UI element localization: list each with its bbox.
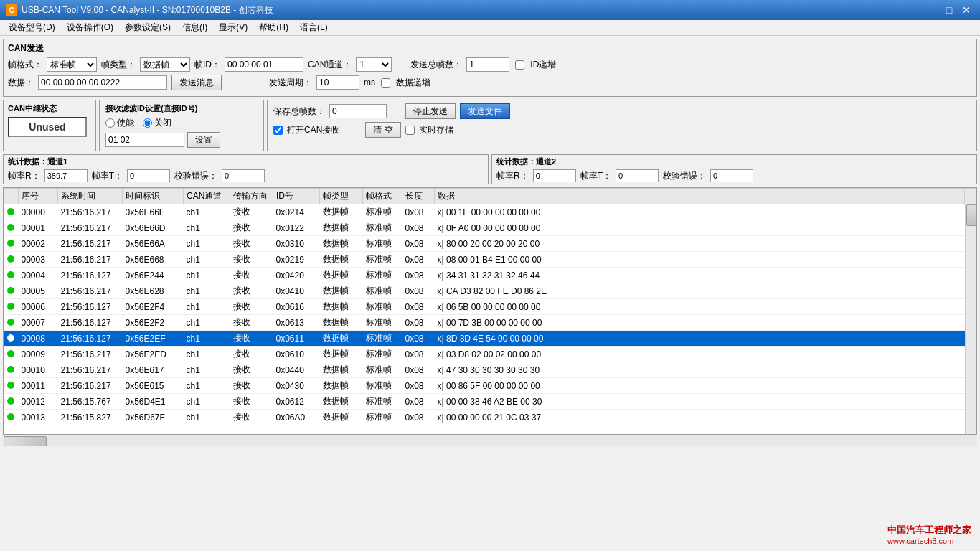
row-channel: ch1 <box>184 220 230 236</box>
table-row[interactable]: 00010 21:56:16.217 0x56E617 ch1 接收 0x044… <box>4 362 976 378</box>
menu-item-V[interactable]: 显示(V) <box>213 20 253 35</box>
row-id: 0x0420 <box>273 268 320 283</box>
menu-item-H[interactable]: 帮助(H) <box>253 20 294 35</box>
table-row[interactable]: 00008 21:56:16.127 0x56E2EF ch1 接收 0x061… <box>4 331 976 347</box>
enable-radio-input[interactable] <box>105 118 115 128</box>
title-controls[interactable]: — □ ✕ <box>924 3 974 17</box>
row-dot <box>4 236 19 252</box>
frame-id-input[interactable] <box>225 57 303 72</box>
hscroll-thumb[interactable] <box>4 436 47 446</box>
row-frame-format: 标准帧 <box>363 394 402 410</box>
row-direction: 接收 <box>230 394 273 410</box>
table-row[interactable]: 00002 21:56:16.217 0x56E66A ch1 接收 0x031… <box>4 236 976 252</box>
row-time-mark: 0x56E2F2 <box>123 315 184 331</box>
menu-item-D[interactable]: 设备型号(D) <box>3 20 61 35</box>
relay-section: CAN中继状态 Unused <box>3 100 96 151</box>
row-frame-type: 数据帧 <box>320 252 363 268</box>
row-channel: ch1 <box>184 268 230 283</box>
filter-disable-radio[interactable]: 关闭 <box>143 117 171 129</box>
disable-radio-input[interactable] <box>143 118 152 128</box>
col-channel: CAN通道 <box>184 189 230 204</box>
filter-id-input[interactable] <box>105 133 184 147</box>
table-row[interactable]: 00001 21:56:16.217 0x56E66D ch1 接收 0x012… <box>4 220 976 236</box>
filter-set-button[interactable]: 设置 <box>187 132 220 148</box>
frame-format-select[interactable]: 标准帧 <box>47 57 97 72</box>
status-dot <box>7 350 14 357</box>
realtime-save-checkbox[interactable] <box>405 126 415 135</box>
app-icon: C <box>6 4 17 16</box>
row-seq: 00002 <box>19 236 58 252</box>
row-time-mark: 0x56E66A <box>123 236 184 252</box>
table-row[interactable]: 00011 21:56:16.217 0x56E615 ch1 接收 0x043… <box>4 378 976 394</box>
row-id: 0x0122 <box>273 220 320 236</box>
col-direction: 传输方向 <box>230 189 273 204</box>
row-dot <box>4 394 19 410</box>
send-total-input[interactable] <box>466 57 509 72</box>
table-row[interactable]: 00007 21:56:16.127 0x56E2F2 ch1 接收 0x061… <box>4 315 976 331</box>
id-increment-checkbox[interactable] <box>515 60 524 70</box>
status-dot <box>7 413 14 420</box>
row-seq: 00001 <box>19 220 58 236</box>
row-id: 0x0612 <box>273 394 320 410</box>
data-increment-checkbox[interactable] <box>381 78 390 88</box>
table-row[interactable]: 00003 21:56:16.217 0x56E668 ch1 接收 0x021… <box>4 252 976 268</box>
send-period-unit: ms <box>364 77 375 88</box>
menu-item-L[interactable]: 语言(L) <box>294 20 334 35</box>
menu-item-S[interactable]: 参数设定(S) <box>119 20 176 35</box>
row-frame-format: 标准帧 <box>363 220 402 236</box>
row-dot <box>4 378 19 394</box>
table-row[interactable]: 00004 21:56:16.127 0x56E244 ch1 接收 0x042… <box>4 268 976 283</box>
table-row[interactable]: 00012 21:56:15.767 0x56D4E1 ch1 接收 0x061… <box>4 394 976 410</box>
minimize-button[interactable]: — <box>924 3 940 17</box>
menu-item-O[interactable]: 设备操作(O) <box>61 20 119 35</box>
row-seq: 00003 <box>19 252 58 268</box>
row-channel: ch1 <box>184 236 230 252</box>
row-time-mark: 0x56E2ED <box>123 347 184 362</box>
row-dot <box>4 362 19 378</box>
row-sys-time: 21:56:16.217 <box>58 362 123 378</box>
row-direction: 接收 <box>230 299 273 315</box>
frame-type-select[interactable]: 数据帧 <box>140 57 190 72</box>
row-time-mark: 0x56E2F4 <box>123 299 184 315</box>
row-direction: 接收 <box>230 378 273 394</box>
send-period-label: 发送周期： <box>269 77 312 89</box>
table-row[interactable]: 00006 21:56:16.127 0x56E2F4 ch1 接收 0x061… <box>4 299 976 315</box>
scrollbar-thumb[interactable] <box>966 204 976 226</box>
unused-button[interactable]: Unused <box>8 117 87 137</box>
maximize-button[interactable]: □ <box>941 3 957 17</box>
row-sys-time: 21:56:16.217 <box>58 252 123 268</box>
stats1-row: 帧率R： 帧率T： 校验错误： <box>8 169 484 182</box>
row-channel: ch1 <box>184 347 230 362</box>
table-row[interactable]: 00000 21:56:16.217 0x56E66F ch1 接收 0x021… <box>4 204 976 220</box>
stats1-frame-t-label: 帧率T： <box>92 170 123 182</box>
table-row[interactable]: 00013 21:56:15.827 0x56D67F ch1 接收 0x06A… <box>4 410 976 425</box>
send-msg-button[interactable]: 发送消息 <box>171 75 222 90</box>
menu-item-I[interactable]: 信息(I) <box>176 20 213 35</box>
vertical-scrollbar[interactable] <box>965 204 976 434</box>
status-dot <box>7 255 14 263</box>
table-row[interactable]: 00009 21:56:16.217 0x56E2ED ch1 接收 0x061… <box>4 347 976 362</box>
close-button[interactable]: ✕ <box>958 3 974 17</box>
data-input[interactable] <box>38 75 167 90</box>
row-sys-time: 21:56:16.217 <box>58 220 123 236</box>
col-frame-type: 帧类型 <box>320 189 363 204</box>
clear-button[interactable]: 清 空 <box>365 122 400 138</box>
filter-input-row: 设置 <box>105 132 258 148</box>
save-total-input[interactable] <box>329 104 387 118</box>
filter-enable-radio[interactable]: 使能 <box>105 117 134 129</box>
stats2-frame-t-label: 帧率T： <box>580 170 611 182</box>
stop-send-button[interactable]: 停止发送 <box>405 103 456 119</box>
col-length: 长度 <box>402 189 435 204</box>
table-row[interactable]: 00005 21:56:16.217 0x56E628 ch1 接收 0x041… <box>4 283 976 299</box>
row-time-mark: 0x56E66D <box>123 220 184 236</box>
row-id: 0x0410 <box>273 283 320 299</box>
send-period-input[interactable] <box>316 75 359 90</box>
open-can-checkbox[interactable] <box>273 126 283 135</box>
watermark-line1: 中国汽车工程师之家 <box>887 524 971 537</box>
row-time-mark: 0x56D67F <box>123 410 184 425</box>
status-dot <box>7 397 14 405</box>
send-file-button[interactable]: 发送文件 <box>460 103 510 119</box>
horizontal-scrollbar[interactable] <box>3 435 977 446</box>
stats1-title: 统计数据：通道1 <box>8 156 484 167</box>
can-channel-select[interactable]: 1 <box>356 57 392 72</box>
